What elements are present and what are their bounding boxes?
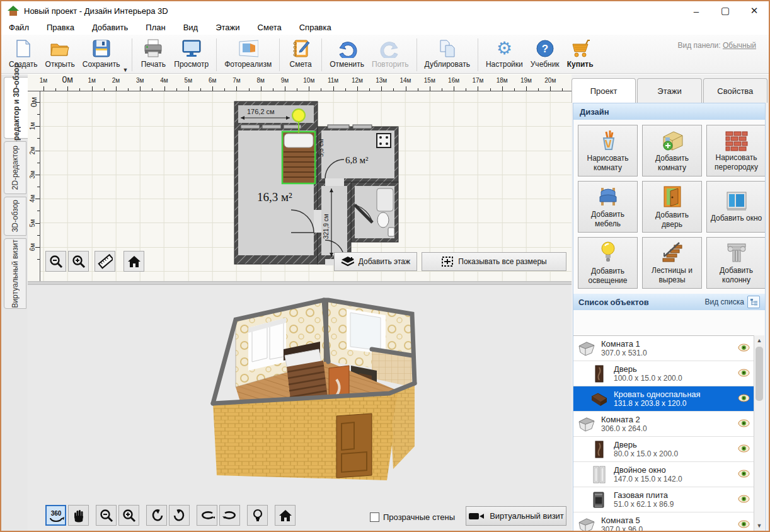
add-floor-button[interactable]: Добавить этаж xyxy=(334,252,417,271)
menu-floors[interactable]: Этажи xyxy=(214,21,241,33)
undo-button[interactable]: Отменить xyxy=(326,37,368,71)
open-project-button[interactable]: Открыть xyxy=(42,37,79,71)
object-list-scrollbar[interactable]: ▲ ▼ xyxy=(754,335,764,531)
save-floppy-icon xyxy=(91,38,112,59)
add-window-button[interactable]: Добавить окно xyxy=(706,181,766,233)
visibility-toggle[interactable] xyxy=(738,519,750,531)
draw-room-button[interactable]: Нарисовать комнату xyxy=(578,125,638,176)
preview-button[interactable]: Просмотр xyxy=(170,37,212,71)
visibility-toggle[interactable] xyxy=(738,444,750,455)
tilt-down-button[interactable] xyxy=(169,505,190,526)
minimize-button[interactable]: – xyxy=(682,2,711,20)
rotate-360-button[interactable]: 360 xyxy=(45,505,66,526)
zoom-out-2d-button[interactable] xyxy=(45,251,66,272)
object-list-item[interactable]: Комната 2306.0 x 264.0 xyxy=(573,412,755,437)
tutorial-button[interactable]: ? Учебник xyxy=(527,37,563,71)
list-view-button[interactable] xyxy=(747,296,760,308)
photorealism-icon xyxy=(238,38,258,59)
add-column-button[interactable]: Добавить колонну xyxy=(706,237,766,289)
menu-edit[interactable]: Правка xyxy=(45,21,76,33)
menu-view[interactable]: Вид xyxy=(182,21,200,33)
buy-button[interactable]: Купить xyxy=(563,37,597,71)
add-door-button[interactable]: Добавить дверь xyxy=(642,181,702,233)
light-object[interactable] xyxy=(292,109,305,122)
ruler-h-label: 1м xyxy=(40,77,47,84)
object-list-item[interactable]: Газовая плита51.0 x 62.1 x 86.9 xyxy=(573,487,755,512)
zoom-in-icon xyxy=(72,255,86,269)
menu-estimate[interactable]: Смета xyxy=(256,21,283,33)
save-project-button[interactable]: Сохранить xyxy=(79,37,124,71)
maximize-button[interactable]: ▢ xyxy=(711,2,740,20)
add-room-button[interactable]: Добавить комнату xyxy=(642,125,702,176)
object-list-item[interactable]: Кровать односпальная131.8 x 203.8 x 120.… xyxy=(573,386,755,412)
tab-2d-and-3d[interactable]: 2D-редактор и 3D-обзор xyxy=(4,77,28,139)
lighting-button[interactable] xyxy=(247,505,268,526)
object-list-item[interactable]: Двойное окно147.0 x 15.0 x 142.0 xyxy=(573,462,755,487)
tab-properties[interactable]: Свойства xyxy=(703,78,767,103)
tab-3d-view[interactable]: 3D-обзор xyxy=(4,197,26,236)
orbit-left-button[interactable] xyxy=(197,505,217,526)
visibility-toggle[interactable] xyxy=(738,343,750,354)
fit-home-3d-button[interactable] xyxy=(275,505,296,526)
transparent-walls-option[interactable]: Прозрачные стены xyxy=(370,512,455,522)
draw-partition-button[interactable]: Нарисовать перегородку xyxy=(706,125,766,176)
menu-help[interactable]: Справка xyxy=(298,21,333,33)
add-furniture-button[interactable]: Добавить мебель xyxy=(578,181,638,233)
object-list-item[interactable]: Дверь100.0 x 15.0 x 200.0 xyxy=(573,361,755,386)
stairs-cutouts-button[interactable]: Лестницы и вырезы xyxy=(642,237,702,289)
tab-project[interactable]: Проект xyxy=(572,78,636,103)
zoom-in-3d-button[interactable] xyxy=(118,505,139,526)
fit-home-2d-button[interactable] xyxy=(124,251,144,272)
visibility-toggle[interactable] xyxy=(738,393,750,405)
tilt-up-button[interactable] xyxy=(146,505,167,526)
print-button[interactable]: Печать xyxy=(136,37,170,71)
show-all-dimensions-button[interactable]: Показывать все размеры xyxy=(422,252,566,271)
tab-virtual-visit[interactable]: Виртуальный визит xyxy=(4,238,26,309)
save-dropdown-arrow[interactable]: ▼ xyxy=(122,67,128,73)
scrollbar-thumb[interactable] xyxy=(756,347,763,401)
new-document-icon xyxy=(13,38,33,59)
object-list-item[interactable]: Комната 5307.0 x 96.0 xyxy=(573,512,755,531)
add-lighting-button[interactable]: Добавить освещение xyxy=(578,237,638,289)
photorealism-button[interactable]: Фотореализм xyxy=(221,37,275,71)
estimate-button[interactable]: Смета xyxy=(284,37,318,71)
close-button[interactable]: ✕ xyxy=(740,2,769,20)
settings-button[interactable]: ⚙ Настройки xyxy=(482,37,527,71)
visibility-toggle[interactable] xyxy=(738,469,750,480)
floor-plan-drawing[interactable]: 176,2 см 5,3 см 321,9 см 16,3 м² 6,8 м² xyxy=(233,99,416,268)
new-project-button[interactable]: Создать xyxy=(5,37,42,71)
object-list-item[interactable]: Комната 1307.0 x 531.0 xyxy=(573,336,755,361)
object-list-item[interactable]: Дверь80.0 x 15.0 x 200.0 xyxy=(573,437,755,462)
stove-object[interactable] xyxy=(377,134,391,147)
zoom-out-3d-button[interactable] xyxy=(96,505,117,526)
virtual-visit-button[interactable]: Виртуальный визит xyxy=(466,506,566,526)
scroll-down-icon[interactable]: ▼ xyxy=(754,521,764,531)
pan-button[interactable] xyxy=(68,505,89,526)
zoom-in-2d-button[interactable] xyxy=(68,251,89,272)
menu-add[interactable]: Добавить xyxy=(91,21,129,33)
visibility-toggle[interactable] xyxy=(738,494,750,506)
menu-plan[interactable]: План xyxy=(144,21,166,33)
orbit-right-button[interactable] xyxy=(219,505,240,526)
tab-2d-editor[interactable]: 2D-редактор xyxy=(4,141,26,194)
zoom-out-icon xyxy=(100,509,113,523)
redo-button[interactable]: Повторить xyxy=(368,37,413,71)
visibility-toggle[interactable] xyxy=(738,419,750,430)
undo-icon xyxy=(337,38,357,59)
panel-view-link[interactable]: Обычный xyxy=(723,41,756,50)
ruler-h-label: 0м xyxy=(62,74,73,84)
object-name: Двойное окно xyxy=(614,465,682,475)
render-3d-view[interactable]: 360 xyxy=(28,285,572,531)
measure-button[interactable] xyxy=(95,251,115,272)
scroll-up-icon[interactable]: ▲ xyxy=(754,335,764,345)
plan-2d-canvas[interactable]: 176,2 см 5,3 см 321,9 см 16,3 м² 6,8 м² xyxy=(40,91,572,281)
ruler-h-label: 2м xyxy=(112,77,120,84)
ruler-h-label: 14м xyxy=(400,77,411,84)
duplicate-button[interactable]: Дублировать xyxy=(421,37,474,71)
tab-floors[interactable]: Этажи xyxy=(637,78,701,103)
bed-object[interactable] xyxy=(282,132,315,183)
object-dimensions: 307.0 x 96.0 xyxy=(601,525,643,531)
menu-file[interactable]: Файл xyxy=(8,21,30,33)
visibility-toggle[interactable] xyxy=(738,368,750,379)
transparent-walls-checkbox[interactable] xyxy=(370,512,379,522)
